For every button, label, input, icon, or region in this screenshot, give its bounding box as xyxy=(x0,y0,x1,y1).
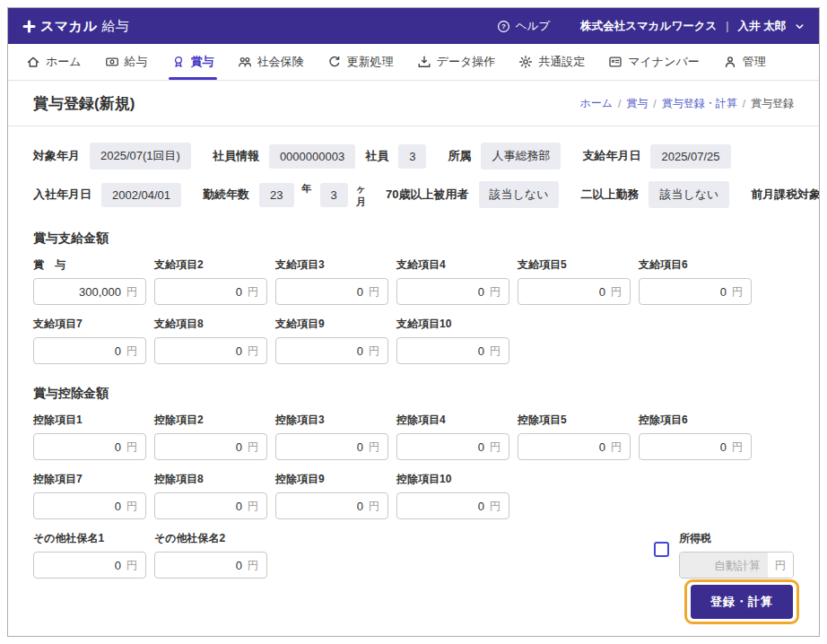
amount-input[interactable] xyxy=(163,440,248,454)
yen-unit-label: 円 xyxy=(611,439,622,455)
field-label: 支給項目8 xyxy=(154,317,267,332)
nav-label: 管理 xyxy=(743,54,766,70)
nav-label: 共通設定 xyxy=(538,54,585,70)
multi-office-label: 二以上勤務 xyxy=(580,187,639,203)
amount-input[interactable] xyxy=(405,285,490,299)
register-calculate-button[interactable]: 登録・計算 xyxy=(691,585,793,619)
amount-input[interactable] xyxy=(163,500,248,513)
amount-input-box: 円 xyxy=(33,433,146,460)
breadcrumb-home[interactable]: ホーム xyxy=(579,96,613,111)
amount-input[interactable] xyxy=(163,559,248,572)
amount-field: その他社保名1 円 xyxy=(33,531,146,579)
pay-date-value: 2025/07/25 xyxy=(650,144,730,169)
amount-field: 控除項目9 円 xyxy=(275,472,388,519)
amount-input[interactable] xyxy=(405,500,490,513)
help-icon: ? xyxy=(497,20,510,33)
pay-row-1: 賞 与 円 支給項目2 円 xyxy=(33,257,794,305)
yen-unit-label: 円 xyxy=(490,344,501,359)
amount-field: 控除項目3 円 xyxy=(275,413,388,460)
amount-input[interactable] xyxy=(527,285,611,299)
nav-home[interactable]: ホーム xyxy=(26,44,82,80)
hire-date-value: 2002/04/01 xyxy=(101,183,181,207)
amount-input[interactable] xyxy=(42,559,126,572)
amount-input-box: 円 xyxy=(275,433,388,460)
amount-field: 控除項目7 円 xyxy=(33,472,146,519)
prev-taxable-label: 前月課税対象額 xyxy=(751,187,820,203)
field-label: 控除項目9 xyxy=(275,472,388,487)
deduct-row-2: 控除項目7 円 控除項目8 円 xyxy=(33,472,794,519)
amount-input[interactable] xyxy=(163,344,248,358)
yen-unit-label: 円 xyxy=(126,439,137,455)
amount-input-box: 円 xyxy=(639,278,752,305)
amount-field: 控除項目1 円 xyxy=(33,413,146,460)
field-label: 支給項目6 xyxy=(639,257,752,273)
field-label: 控除項目7 xyxy=(33,472,146,487)
amount-input[interactable] xyxy=(163,285,248,299)
amount-input-box: 円 xyxy=(33,552,146,579)
nav-bonus[interactable]: 賞与 xyxy=(171,44,214,80)
field-label: 控除項目10 xyxy=(396,472,509,487)
amount-input[interactable] xyxy=(405,344,490,358)
amount-input-box: 円 xyxy=(33,337,146,364)
department-label: 所属 xyxy=(448,148,471,164)
amount-field: 支給項目2 円 xyxy=(154,257,267,305)
field-label: 控除項目5 xyxy=(518,413,631,428)
hire-date-label: 入社年月日 xyxy=(33,187,91,203)
employee-no-value: 3 xyxy=(398,144,426,169)
amount-field: 控除項目2 円 xyxy=(154,413,267,460)
over70-value: 該当しない xyxy=(479,181,560,208)
field-label: 支給項目2 xyxy=(154,257,267,273)
breadcrumb-bonus[interactable]: 賞与 xyxy=(626,96,648,111)
deduct-section: 賞与控除金額 控除項目1 円 控除項目2 xyxy=(8,386,819,579)
amount-input[interactable] xyxy=(405,440,490,454)
income-tax-auto-checkbox[interactable] xyxy=(654,542,669,557)
yen-unit-label: 円 xyxy=(611,284,622,300)
field-label: 控除項目2 xyxy=(154,413,267,428)
breadcrumb-separator: / xyxy=(743,98,745,110)
main-nav: ホーム 給与 賞与 社会保険 更新処理 データ操作 共通設定 マイナンバー xyxy=(8,44,819,81)
amount-field: 支給項目7 円 xyxy=(33,317,146,364)
field-label: 控除項目6 xyxy=(639,413,752,428)
nav-update-process[interactable]: 更新処理 xyxy=(327,44,394,80)
target-month-label: 対象年月 xyxy=(33,148,80,164)
nav-salary[interactable]: 給与 xyxy=(105,44,148,80)
home-icon xyxy=(26,55,40,69)
field-label: 控除項目4 xyxy=(396,413,509,428)
nav-label: 賞与 xyxy=(191,54,214,70)
breadcrumb-bonus-register-calc[interactable]: 賞与登録・計算 xyxy=(662,96,737,111)
account-menu[interactable]: 株式会社スマカルワークス | 入井 太郎 xyxy=(580,19,805,34)
salary-icon xyxy=(105,55,119,69)
employee-info: 対象年月 2025/07(1回目) 社員情報 0000000003 社員 3 所… xyxy=(8,126,819,209)
nav-social-insurance[interactable]: 社会保険 xyxy=(238,44,304,80)
amount-input[interactable] xyxy=(284,500,369,513)
amount-input[interactable] xyxy=(648,440,732,454)
user-name: 入井 太郎 xyxy=(738,19,786,34)
nav-label: マイナンバー xyxy=(628,54,700,70)
amount-input-box: 円 xyxy=(154,552,267,579)
nav-common-settings[interactable]: 共通設定 xyxy=(518,44,585,80)
amount-input[interactable] xyxy=(648,285,732,299)
page-title: 賞与登録(新規) xyxy=(33,93,135,114)
amount-input[interactable] xyxy=(42,344,126,358)
breadcrumb-current: 賞与登録 xyxy=(751,96,794,111)
amount-input[interactable] xyxy=(284,440,369,454)
amount-field: 支給項目10 円 xyxy=(396,317,509,364)
amount-input[interactable] xyxy=(284,285,369,299)
nav-data-operations[interactable]: データ操作 xyxy=(417,44,496,80)
service-months-unit: ヶ月 xyxy=(356,182,366,209)
nav-admin[interactable]: 管理 xyxy=(723,44,766,80)
amount-input[interactable] xyxy=(42,285,126,299)
help-link[interactable]: ? ヘルプ xyxy=(497,19,550,34)
amount-input[interactable] xyxy=(527,440,611,454)
yen-unit-label: 円 xyxy=(490,284,501,300)
amount-input[interactable] xyxy=(284,344,369,358)
amount-input-box: 円 xyxy=(154,278,267,305)
amount-input[interactable] xyxy=(42,500,126,513)
mynumber-card-icon xyxy=(608,55,622,69)
plus-logo-icon xyxy=(22,20,36,33)
yen-unit-label: 円 xyxy=(126,558,137,573)
service-months-value: 3 xyxy=(320,183,348,207)
yen-unit-label: 円 xyxy=(248,499,258,514)
nav-mynumber[interactable]: マイナンバー xyxy=(608,44,700,80)
amount-input[interactable] xyxy=(42,440,126,454)
